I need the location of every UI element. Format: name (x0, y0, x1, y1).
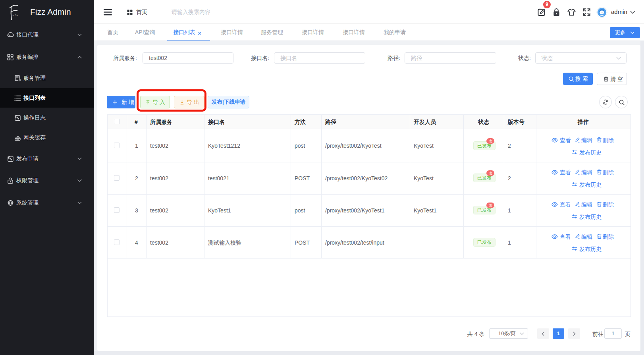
svg-text:</>: </> (13, 14, 18, 17)
